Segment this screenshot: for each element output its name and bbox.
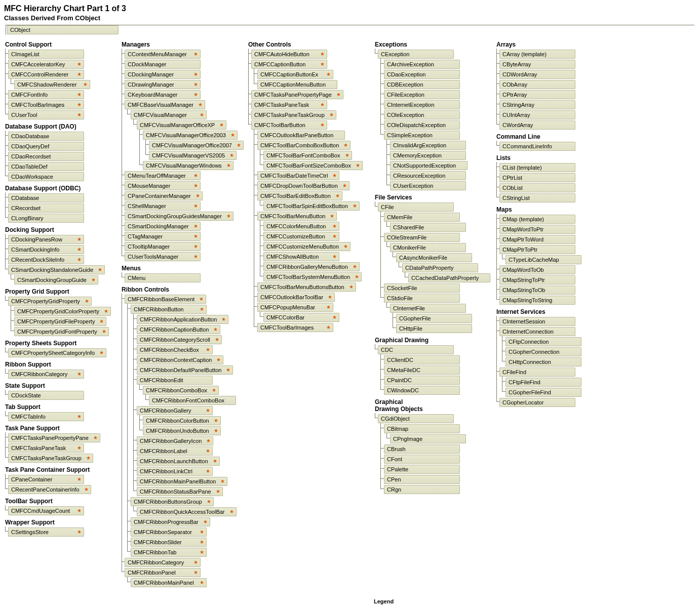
class-node: CMFCOutlookBarToolBar [257, 293, 335, 302]
class-node: CMFCColorBar [263, 313, 339, 322]
class-node: CMFCBaseVisualManager [125, 100, 205, 109]
class-node: CPtrList [499, 173, 575, 182]
class-node: CMFCDropDownToolBarButton [257, 181, 349, 190]
class-node: CUIntArray [499, 110, 575, 119]
class-node: CMouseManager [125, 181, 201, 190]
column-3: Other ControlsCMFCAutoHideButtonCMFCCapt… [247, 38, 374, 333]
section-heading: Property Grid Support [5, 288, 111, 295]
class-node: COleStreamFile [384, 233, 460, 242]
class-node: CMFCToolBarMenuButtonsButton [257, 282, 356, 292]
class-node: CMapPtrToWord [499, 235, 575, 244]
class-node: CMFCColorMenuButton [263, 222, 339, 231]
section-heading: Database Support (DAO) [5, 123, 111, 130]
class-node: CResourceException [390, 171, 466, 180]
class-node: CMFCRibbonTab [131, 548, 207, 557]
class-node: CFile [378, 202, 454, 212]
class-node: CGopherConnection [505, 347, 581, 356]
class-node: CMFCToolBarDateTimeCtrl [257, 171, 339, 180]
class-node: CMFCToolBarButton [251, 120, 327, 130]
class-node: CMFCRibbonContextCaption [137, 355, 223, 364]
class-node: CDWordArray [499, 70, 575, 79]
class-node: CInternetFile [390, 304, 466, 313]
class-node: CFtpConnection [505, 337, 581, 346]
class-node: CHttpConnection [505, 357, 581, 367]
class-node: CInternetSession [499, 317, 575, 326]
class-node: CClientDC [384, 355, 460, 364]
class-node: CMonikerFile [390, 243, 466, 252]
class-node: CMap (template) [499, 215, 575, 224]
section-heading: Task Pane Container Support [5, 466, 111, 473]
section-heading: File Services [375, 194, 486, 201]
section-heading: Docking Support [5, 226, 111, 233]
class-node: CObArray [499, 80, 575, 89]
class-node: CSharedFile [390, 223, 466, 232]
class-node: CDrawingManager [125, 80, 201, 89]
class-node: CInternetException [384, 100, 460, 109]
class-node: CMemoryException [390, 151, 466, 160]
class-node: CCommandLineInfo [499, 142, 575, 151]
class-node: CMFCToolBarMenuButton [257, 212, 337, 221]
class-node: CStringArray [499, 100, 575, 109]
class-node: CMFCRibbonColorButton [143, 416, 221, 425]
class-node: CLongBinary [8, 214, 84, 223]
class-node: CMFCPropertyGridFontProperty [14, 327, 109, 336]
class-node: CMFCTasksPaneTaskGroup [251, 110, 336, 119]
class-node: CMFCTasksPaneTask [8, 443, 84, 453]
class-node: CMFCRibbonButton [131, 305, 207, 314]
class-node: CDaoTableDef [8, 162, 84, 171]
class-node: CPtrArray [499, 90, 575, 99]
class-node: COleDispatchException [384, 120, 460, 130]
class-node: CTooltipManager [125, 242, 201, 251]
class-node: CKeyboardManager [125, 90, 201, 99]
class-node: CTagManager [125, 232, 201, 241]
class-node: CMFCRibbonMainPanel [131, 578, 207, 587]
class-node: CMFCPropertySheetCategoryInfo [8, 348, 106, 357]
class-node: CMetaFileDC [384, 365, 460, 375]
section-heading: Task Pane Support [5, 425, 111, 432]
class-node: CMFCRibbonButtonsGroup [131, 497, 214, 506]
section-heading: Ribbon Controls [122, 286, 238, 293]
class-node: CSimpleException [384, 131, 460, 140]
class-node: CMFCRibbonEdit [137, 376, 213, 385]
section-heading: Tab Support [5, 403, 111, 411]
class-node: CInvalidArgException [390, 141, 466, 150]
class-node: CMFCToolBarImages [8, 100, 84, 109]
class-node: CMapWordToPtr [499, 225, 575, 234]
class-node: CAsyncMonikerFile [396, 253, 472, 262]
class-node: CMFCPropertyGridFileProperty [14, 317, 106, 326]
class-node: CMapStringToPtr [499, 275, 575, 284]
class-node: CMFCToolBarComboBoxButton [257, 141, 351, 150]
class-node: CRecentDockSiteInfo [8, 255, 84, 264]
section-heading: Menus [122, 265, 238, 272]
class-node: CMFCOutlookBarPaneButton [257, 131, 345, 140]
page-title: MFC Hierarchy Chart Part 1 of 3 [4, 4, 696, 13]
class-node: CMFCCmdUsageCount [8, 506, 84, 515]
section-heading: Lists [496, 154, 683, 161]
class-node: CMFCPopupMenuBar [257, 303, 333, 312]
class-node: CMFCToolBarSpinEditBoxButton [263, 201, 360, 211]
class-node: CUserException [390, 181, 466, 190]
class-node: CStdioFile [384, 294, 460, 303]
class-node: CMFCCustomizeMenuButton [263, 242, 351, 251]
class-node: CMFCRibbonCategoryScroll [137, 335, 222, 344]
class-node: CPen [384, 475, 460, 484]
class-node: CMFCRibbonApplicationButton [137, 315, 228, 324]
section-heading: GraphicalDrawing Objects [375, 398, 486, 413]
class-node: CMFCToolBarEditBoxButton [257, 191, 342, 200]
class-node: CMFCRibbonMainPanelButton [137, 477, 227, 486]
class-node: CPaneContainerManager [125, 191, 203, 200]
class-node: CTypeLibCacheMap [505, 255, 581, 264]
section-heading: Other Controls [248, 41, 365, 48]
class-node: CGopherFile [396, 314, 472, 323]
legend: Legend★The Version 9.0 Feature Pack adds… [374, 598, 683, 610]
section-heading: Control Support [5, 41, 111, 48]
class-node: CDockManager [125, 60, 201, 69]
class-node: CDC [378, 345, 454, 354]
section-heading: Database Support (ODBC) [5, 185, 111, 192]
class-node: CMFCCustomizeButton [263, 232, 339, 241]
class-node: CMFCToolBarFontSizeComboBox [263, 161, 363, 170]
class-node: CMapStringToOb [499, 286, 575, 295]
class-node: CMFCTabInfo [8, 412, 84, 421]
class-node: CMFCPropertyGridProperty [8, 297, 92, 306]
class-node: CMFCRibbonBaseElement [125, 295, 206, 304]
